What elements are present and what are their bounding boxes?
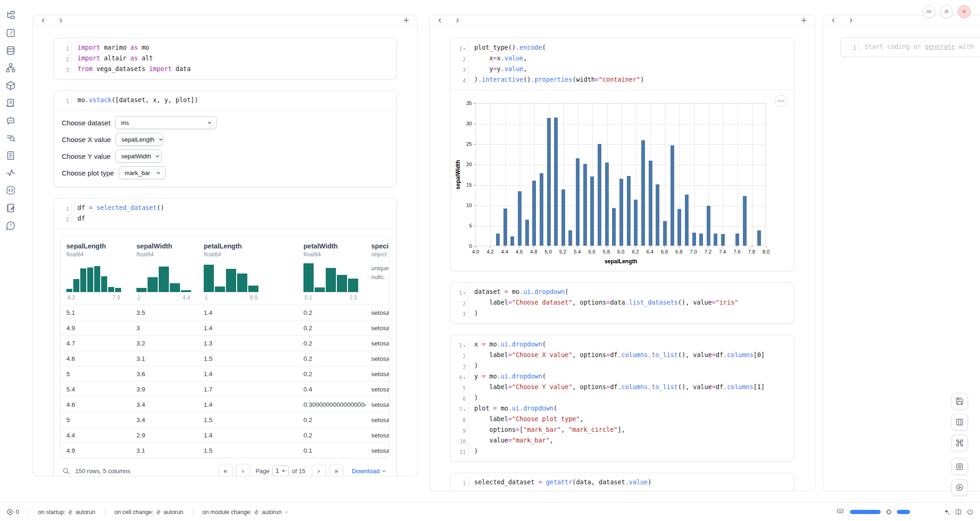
add-cell-button[interactable]	[403, 17, 410, 24]
chart-bar[interactable]	[561, 189, 565, 246]
chart-bar[interactable]	[612, 208, 616, 246]
power-icon[interactable]	[967, 508, 974, 515]
on-module-change-setting[interactable]: on module change: autorun	[198, 509, 293, 515]
on-cell-change-setting[interactable]: on cell change: autorun	[110, 509, 188, 515]
column-header[interactable]: sepalWidthfloat6424.4	[131, 236, 198, 305]
fold-chevron-icon[interactable]	[463, 293, 466, 294]
chart-bar[interactable]	[735, 234, 739, 246]
notebook-icon[interactable]	[6, 203, 16, 213]
table-row[interactable]: 53.61.40.2setosa	[61, 366, 389, 381]
chart-bar[interactable]	[656, 184, 659, 246]
table-row[interactable]: 4.42.91.40.2setosa	[61, 427, 389, 443]
code-line[interactable]: 1x = mo.ui.dropdown(	[451, 339, 794, 350]
fold-chevron-icon[interactable]	[463, 409, 466, 411]
code-line[interactable]: 3)	[451, 361, 794, 371]
close-button[interactable]	[958, 5, 971, 18]
code-line[interactable]: 2 label="Choose dataset", options=data.l…	[451, 298, 794, 308]
chart-bar[interactable]	[554, 117, 558, 246]
chevron-right-icon[interactable]	[848, 18, 854, 23]
code-line[interactable]: 8 label="Choose plot type",	[451, 414, 794, 425]
cell-xy-plot-dropdowns[interactable]: 1x = mo.ui.dropdown(2 label="Choose X va…	[450, 335, 794, 462]
chart-bar[interactable]	[496, 234, 500, 246]
memory-usage-bar[interactable]	[850, 510, 881, 514]
chart-bar[interactable]	[540, 173, 543, 246]
table-row[interactable]: 4.73.21.30.2setosa	[61, 335, 389, 351]
chart-bar[interactable]	[627, 176, 631, 246]
app-frame-button[interactable]	[951, 458, 968, 475]
run-button[interactable]	[951, 479, 968, 496]
chart-bar[interactable]	[757, 230, 761, 246]
cpu-usage-bar[interactable]	[897, 510, 910, 514]
code-line[interactable]: 9 options=["mark_bar", "mark_circle"],	[451, 425, 794, 436]
packages-icon[interactable]	[6, 80, 16, 91]
menu-button[interactable]	[922, 5, 935, 18]
first-page-button[interactable]: «	[219, 464, 232, 476]
chart-bar[interactable]	[743, 196, 747, 246]
help-icon[interactable]: ?	[6, 221, 16, 231]
fold-chevron-icon[interactable]	[463, 377, 466, 379]
cell-plot[interactable]: 1plot_type().encode(2 x=x.value,3 y=y.va…	[450, 38, 794, 271]
code-line[interactable]: 2 label="Choose X value", options=df.col…	[451, 350, 794, 361]
chart-bar[interactable]	[721, 234, 725, 246]
chart-bar[interactable]	[685, 195, 689, 246]
cell-dataset-dropdown[interactable]: 1dataset = mo.ui.dropdown(2 label="Choos…	[450, 282, 794, 324]
chart-bar[interactable]	[583, 164, 587, 246]
chart-bar[interactable]	[503, 208, 507, 246]
chart-bar[interactable]	[649, 161, 652, 246]
chart-bar[interactable]	[671, 145, 674, 246]
errors-indicator[interactable]: 0	[6, 508, 24, 515]
chat-icon[interactable]	[6, 115, 16, 125]
next-page-button[interactable]: ›	[312, 464, 326, 476]
chart-bar[interactable]	[547, 118, 551, 246]
chart-bar[interactable]	[568, 230, 572, 246]
chart-bar[interactable]	[525, 220, 529, 246]
snippets-icon[interactable]	[6, 185, 16, 195]
chart-bar[interactable]	[634, 200, 638, 246]
table-row[interactable]: 4.93.11.50.1setosa	[61, 443, 389, 458]
dropdown-select[interactable]: iris	[115, 116, 217, 129]
code-line[interactable]: 1mo.vstack([dataset, x, y, plot])	[54, 95, 396, 106]
last-page-button[interactable]: »	[329, 464, 343, 476]
code-placeholder[interactable]: Start coding or generate with	[858, 42, 974, 52]
column-header[interactable]: petalLengthfloat6416.9	[198, 236, 298, 305]
code-line[interactable]: 3 y=y.value,	[451, 64, 794, 75]
chevron-left-icon[interactable]	[40, 18, 46, 23]
chart-bar[interactable]	[590, 176, 594, 246]
dropdown-select[interactable]: sepalLength	[116, 133, 163, 146]
logs-icon[interactable]	[6, 98, 16, 108]
command-shortcuts-button[interactable]	[951, 435, 968, 451]
dependency-graph-icon[interactable]	[6, 63, 16, 73]
code-line[interactable]: 7plot = mo.ui.dropdown(	[451, 404, 794, 414]
cell-imports[interactable]: 1import marimo as mo2import altair as al…	[53, 38, 397, 79]
table-row[interactable]: 5.43.91.70.4setosa	[61, 381, 389, 397]
column-header[interactable]: sepalLengthfloat644.37.9	[61, 236, 131, 305]
code-line[interactable]: 11)	[451, 446, 794, 457]
save-button[interactable]	[951, 393, 968, 410]
cell-vstack[interactable]: 1mo.vstack([dataset, x, y, plot]) Choose…	[53, 91, 397, 187]
code-line[interactable]: 10 value="mark_bar",	[451, 436, 794, 446]
columns-icon[interactable]	[955, 508, 962, 515]
fold-chevron-icon[interactable]	[463, 345, 466, 347]
chart-bar[interactable]	[699, 234, 703, 246]
chart-bar[interactable]	[532, 181, 536, 246]
tracing-icon[interactable]	[6, 168, 16, 178]
generate-link[interactable]: generate	[925, 43, 955, 50]
table-row[interactable]: 53.41.50.2setosa	[61, 412, 389, 427]
chevron-right-icon[interactable]	[58, 18, 64, 23]
page-select[interactable]: 1	[272, 465, 289, 476]
code-line[interactable]: 2 x=x.value,	[451, 53, 794, 64]
code-line[interactable]: 5 label="Choose Y value", options=df.col…	[451, 382, 794, 393]
table-row[interactable]: 4.931.40.2setosa	[61, 320, 389, 335]
download-link[interactable]: Download	[352, 468, 387, 475]
code-line[interactable]: 2import altair as alt	[54, 53, 396, 64]
dropdown-select[interactable]: sepalWidth	[115, 150, 161, 163]
settings-button[interactable]	[940, 5, 953, 18]
code-line[interactable]: 3from vega_datasets import data	[54, 64, 396, 75]
search-icon[interactable]	[62, 467, 70, 475]
chevron-left-icon[interactable]	[831, 18, 836, 23]
documentation-icon[interactable]	[6, 150, 16, 161]
code-line[interactable]: 1import marimo as mo	[54, 43, 396, 53]
chart-bar[interactable]	[598, 144, 601, 246]
functions-icon[interactable]: f	[6, 28, 16, 38]
prev-page-button[interactable]: ‹	[236, 464, 250, 476]
